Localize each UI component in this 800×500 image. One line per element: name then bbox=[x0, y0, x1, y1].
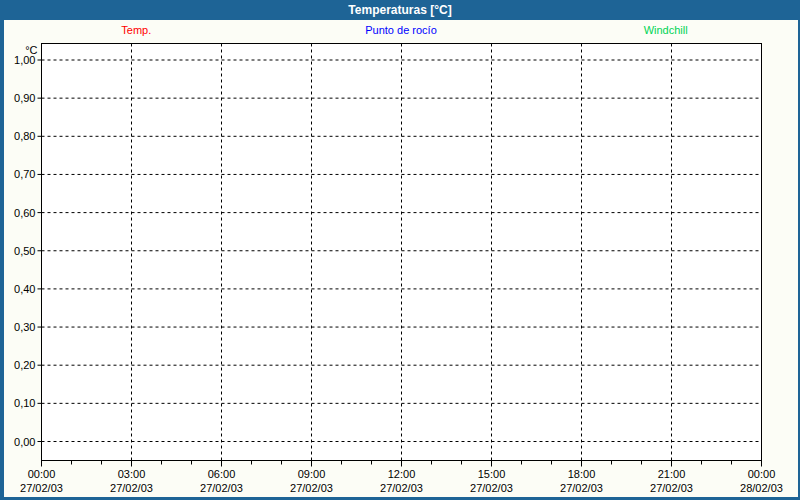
x-tick-date: 28/02/03 bbox=[740, 482, 783, 494]
x-tick-date: 27/02/03 bbox=[20, 482, 63, 494]
y-tick-label: 1,00 bbox=[14, 54, 35, 66]
y-tick-label: 0,50 bbox=[14, 245, 35, 257]
app-window: 1,000,900,800,700,600,500,400,300,200,10… bbox=[0, 0, 800, 500]
x-tick-time: 03:00 bbox=[118, 468, 146, 480]
legend-item-dew-point: Punto de rocío bbox=[269, 24, 534, 36]
x-tick-time: 09:00 bbox=[298, 468, 326, 480]
y-tick-label: 0,80 bbox=[14, 130, 35, 142]
temperature-chart: 1,000,900,800,700,600,500,400,300,200,10… bbox=[0, 0, 800, 500]
y-tick-label: 0,70 bbox=[14, 168, 35, 180]
chart-legend: Temp. Punto de rocío Windchill bbox=[4, 21, 798, 38]
x-tick-date: 27/02/03 bbox=[110, 482, 153, 494]
x-tick-time: 00:00 bbox=[748, 468, 776, 480]
x-tick-time: 15:00 bbox=[478, 468, 506, 480]
x-tick-date: 27/02/03 bbox=[290, 482, 333, 494]
window-title: Temperaturas [°C] bbox=[348, 3, 451, 17]
y-tick-label: 0,90 bbox=[14, 92, 35, 104]
x-tick-time: 18:00 bbox=[568, 468, 596, 480]
x-tick-time: 12:00 bbox=[388, 468, 416, 480]
x-tick-date: 27/02/03 bbox=[200, 482, 243, 494]
y-tick-label: 0,10 bbox=[14, 397, 35, 409]
x-tick-time: 06:00 bbox=[208, 468, 236, 480]
x-tick-date: 27/02/03 bbox=[560, 482, 603, 494]
y-tick-label: 0,40 bbox=[14, 283, 35, 295]
x-tick-time: 21:00 bbox=[658, 468, 686, 480]
legend-item-windchill: Windchill bbox=[533, 24, 798, 36]
title-bar: Temperaturas [°C] bbox=[0, 0, 800, 20]
y-tick-label: 0,00 bbox=[14, 436, 35, 448]
window-border-left bbox=[0, 20, 4, 500]
x-tick-date: 27/02/03 bbox=[380, 482, 423, 494]
y-tick-label: 0,60 bbox=[14, 207, 35, 219]
y-axis-unit: °C bbox=[25, 44, 37, 56]
y-tick-label: 0,30 bbox=[14, 321, 35, 333]
x-tick-date: 27/02/03 bbox=[650, 482, 693, 494]
legend-item-temp: Temp. bbox=[4, 24, 269, 36]
x-tick-time: 00:00 bbox=[28, 468, 56, 480]
x-tick-date: 27/02/03 bbox=[470, 482, 513, 494]
y-tick-label: 0,20 bbox=[14, 359, 35, 371]
